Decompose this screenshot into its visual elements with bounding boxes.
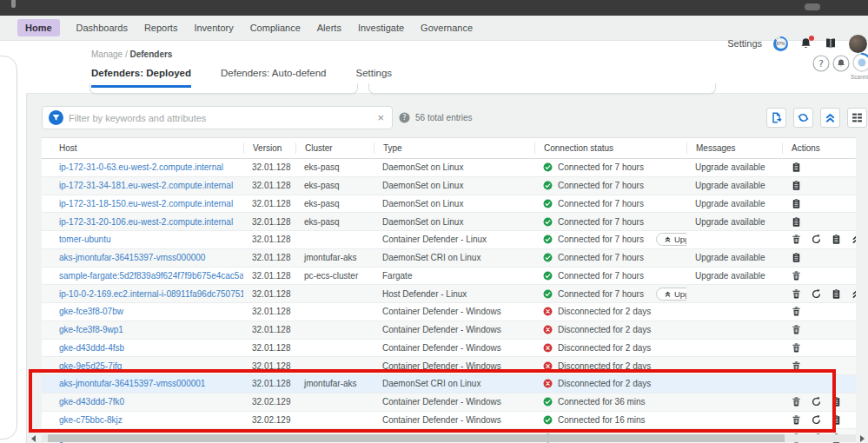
table-body: ip-172-31-0-63.eu-west-2.compute.interna… xyxy=(42,159,856,443)
trash-icon[interactable] xyxy=(791,270,802,281)
logs-icon[interactable] xyxy=(831,396,842,407)
host-link[interactable]: gke-d43ddd-4fsb xyxy=(59,343,124,353)
logs-icon[interactable] xyxy=(791,252,802,263)
nav-item-reports[interactable]: Reports xyxy=(144,23,178,33)
restart-icon[interactable] xyxy=(811,234,822,245)
nav-item-dashboards[interactable]: Dashboards xyxy=(76,23,128,33)
page-alerts-bell-icon[interactable] xyxy=(832,55,850,72)
host-link[interactable]: gke-fce3f8-9wp1 xyxy=(59,325,123,334)
filter-input[interactable] xyxy=(63,113,377,123)
host-link[interactable]: ip-172-31-34-181.eu-west-2.compute.inter… xyxy=(59,181,233,190)
collapsed-side-panel[interactable] xyxy=(0,56,17,440)
tab-settings[interactable]: Settings xyxy=(356,68,393,88)
column-header-connection-status[interactable]: Connection status xyxy=(534,142,686,154)
breadcrumb-section[interactable]: Manage xyxy=(91,50,123,59)
column-header-messages[interactable]: Messages xyxy=(686,142,782,154)
host-link[interactable]: ip-10-0-2-169.ec2.internal-i-08911fa96dc… xyxy=(59,289,243,299)
refresh-button[interactable] xyxy=(793,108,813,128)
column-header-type[interactable]: Type xyxy=(374,142,534,154)
nav-item-home[interactable]: Home xyxy=(17,19,60,36)
breadcrumb-page: Defenders xyxy=(129,50,172,59)
logs-icon[interactable] xyxy=(831,414,842,426)
app-window: HomeDashboardsReportsInventoryCompliance… xyxy=(0,0,868,443)
actions-cell xyxy=(782,213,856,230)
host-link[interactable]: sample-fargate:5d2f839a9f624f7f9b675e4ca… xyxy=(59,271,243,281)
upgrade-all-button[interactable] xyxy=(820,108,840,128)
logs-icon[interactable] xyxy=(791,162,802,173)
tab-defenders-auto-defend[interactable]: Defenders: Auto-defend xyxy=(221,68,326,88)
trash-icon[interactable] xyxy=(791,306,802,317)
logs-icon[interactable] xyxy=(791,180,802,191)
version-cell: 32.01.128 xyxy=(243,268,295,285)
help-icon[interactable]: ? xyxy=(812,55,830,72)
actions-cell xyxy=(782,393,856,411)
nav-item-alerts[interactable]: Alerts xyxy=(317,23,341,33)
settings-link[interactable]: Settings xyxy=(727,38,762,49)
info-icon[interactable]: ? xyxy=(399,112,410,123)
column-header-host[interactable]: Host xyxy=(42,142,243,154)
scroll-left-arrow-icon[interactable] xyxy=(31,435,36,442)
nav-item-investigate[interactable]: Investigate xyxy=(358,23,404,33)
columns-button[interactable] xyxy=(847,108,867,128)
host-link[interactable]: ip-172-31-18-150.eu-west-2.compute.inter… xyxy=(59,199,233,208)
version-cell: 32.01.128 xyxy=(243,340,295,357)
notifications-bell-icon[interactable] xyxy=(799,36,812,50)
actions-cell xyxy=(782,195,856,213)
double-chevron-up-icon xyxy=(664,290,672,298)
host-link[interactable]: aks-jmontufar-36415397-vmss000000 xyxy=(59,253,205,262)
trash-icon[interactable] xyxy=(791,342,802,354)
svg-text:?: ? xyxy=(818,58,824,69)
horizontal-scrollbar[interactable] xyxy=(42,434,856,442)
scroll-right-arrow-icon[interactable] xyxy=(860,435,865,442)
nav-item-compliance[interactable]: Compliance xyxy=(250,23,301,33)
host-link[interactable]: tomer-ubuntu xyxy=(59,235,110,244)
column-header-actions[interactable]: Actions xyxy=(782,142,856,154)
tab-defenders-deployed[interactable]: Defenders: Deployed xyxy=(91,68,191,88)
restart-icon[interactable] xyxy=(811,288,822,300)
host-link[interactable]: gke-9e5d25-7jfg xyxy=(59,361,122,371)
trash-icon[interactable] xyxy=(791,324,802,335)
messages-cell: Upgrade available xyxy=(686,249,782,267)
nav-item-governance[interactable]: Governance xyxy=(421,23,473,33)
logs-icon[interactable] xyxy=(831,234,842,245)
user-avatar[interactable] xyxy=(849,35,867,53)
actions-cell xyxy=(782,249,856,267)
connection-status-cell: Connected for 36 mins xyxy=(534,393,686,411)
docs-book-icon[interactable] xyxy=(824,36,838,50)
restart-icon[interactable] xyxy=(811,414,822,426)
messages-cell xyxy=(686,340,782,357)
trash-icon[interactable] xyxy=(791,414,802,426)
upgrade-icon[interactable] xyxy=(851,234,856,245)
host-link[interactable]: gke-d43ddd-7fk0 xyxy=(59,397,124,407)
host-link[interactable]: aks-jmontufar-36415397-vmss000001 xyxy=(59,379,205,388)
trash-icon[interactable] xyxy=(791,234,802,245)
column-header-cluster[interactable]: Cluster xyxy=(295,142,374,154)
restart-icon[interactable] xyxy=(811,396,822,407)
type-cell: DaemonSet on Linux xyxy=(374,213,534,230)
column-header-version[interactable]: Version xyxy=(243,142,295,154)
logs-icon[interactable] xyxy=(791,216,802,228)
host-cell: aks-jmontufar-36415397-vmss000001 xyxy=(42,375,243,393)
trash-icon[interactable] xyxy=(791,288,802,300)
scrollbar-thumb[interactable] xyxy=(48,434,785,442)
clear-filter-icon[interactable]: × xyxy=(377,112,392,123)
upgrade-button[interactable]: Upgrade xyxy=(656,233,686,246)
host-link[interactable]: ip-172-31-0-63.eu-west-2.compute.interna… xyxy=(59,162,223,172)
host-link[interactable]: gke-fce3f8-07bw xyxy=(59,307,123,316)
host-link[interactable]: ip-172-31-20-106.eu-west-2.compute.inter… xyxy=(59,217,233,227)
trash-icon[interactable] xyxy=(791,396,802,407)
upgrade-icon[interactable] xyxy=(851,288,856,300)
cluster-cell: jmontufar-aks xyxy=(295,375,374,393)
usage-progress-ring[interactable]: 87% xyxy=(773,36,788,51)
actions-cell xyxy=(782,231,856,248)
upgrade-button[interactable]: Upgrade xyxy=(656,288,686,301)
type-cell: DaemonSet CRI on Linux xyxy=(374,375,534,393)
host-cell: gke-d43ddd-7fk0 xyxy=(42,393,243,411)
export-button[interactable] xyxy=(766,108,786,128)
scanning-spinner-icon[interactable] xyxy=(852,53,868,72)
nav-item-inventory[interactable]: Inventory xyxy=(194,23,233,33)
logs-icon[interactable] xyxy=(831,288,842,300)
host-link[interactable]: gke-c75bbc-8kjz xyxy=(59,415,123,425)
logs-icon[interactable] xyxy=(791,198,802,209)
trash-icon[interactable] xyxy=(791,360,802,372)
